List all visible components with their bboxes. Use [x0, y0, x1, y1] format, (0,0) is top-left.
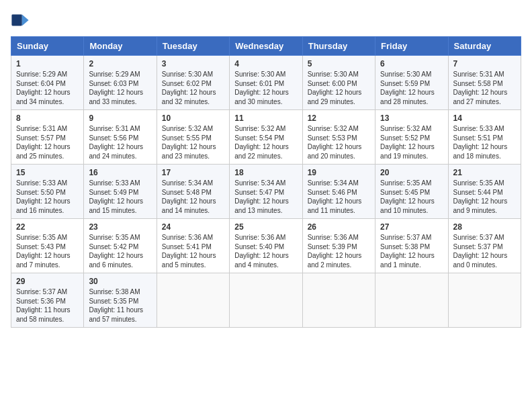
day-detail: Sunrise: 5:30 AMSunset: 6:00 PMDaylight:… [308, 70, 370, 106]
day-cell: 26Sunrise: 5:36 AMSunset: 5:39 PMDayligh… [302, 219, 375, 273]
day-cell: 2Sunrise: 5:29 AMSunset: 6:03 PMDaylight… [84, 56, 157, 110]
day-cell: 17Sunrise: 5:34 AMSunset: 5:48 PMDayligh… [157, 165, 229, 219]
day-detail: Sunrise: 5:34 AMSunset: 5:47 PMDaylight:… [234, 179, 297, 215]
header-cell-thursday: Thursday [302, 37, 375, 56]
day-cell: 25Sunrise: 5:36 AMSunset: 5:40 PMDayligh… [230, 219, 302, 273]
day-cell: 30Sunrise: 5:38 AMSunset: 5:35 PMDayligh… [84, 273, 157, 328]
day-number: 18 [234, 168, 297, 177]
header-cell-friday: Friday [375, 37, 448, 56]
day-cell: 4Sunrise: 5:30 AMSunset: 6:01 PMDaylight… [230, 56, 302, 110]
header-cell-monday: Monday [84, 37, 157, 56]
day-cell: 27Sunrise: 5:37 AMSunset: 5:38 PMDayligh… [375, 219, 448, 273]
day-detail: Sunrise: 5:35 AMSunset: 5:44 PMDaylight:… [453, 179, 516, 215]
day-number: 7 [453, 59, 516, 68]
day-number: 25 [234, 222, 297, 232]
day-cell: 3Sunrise: 5:30 AMSunset: 6:02 PMDaylight… [157, 56, 229, 110]
day-number: 4 [234, 59, 297, 68]
svg-marker-1 [22, 15, 29, 26]
day-cell [302, 273, 375, 328]
day-number: 27 [380, 222, 443, 232]
day-cell: 8Sunrise: 5:31 AMSunset: 5:57 PMDaylight… [11, 110, 84, 165]
day-number: 8 [16, 113, 79, 123]
day-number: 12 [308, 113, 370, 123]
calendar-table: SundayMondayTuesdayWednesdayThursdayFrid… [11, 36, 521, 328]
day-detail: Sunrise: 5:37 AMSunset: 5:37 PMDaylight:… [453, 233, 516, 269]
calendar-body: 1Sunrise: 5:29 AMSunset: 6:04 PMDaylight… [11, 56, 521, 328]
day-cell [448, 273, 521, 328]
day-number: 1 [16, 59, 79, 68]
day-detail: Sunrise: 5:31 AMSunset: 5:56 PMDaylight:… [89, 124, 151, 161]
day-detail: Sunrise: 5:34 AMSunset: 5:46 PMDaylight:… [308, 179, 370, 215]
day-number: 22 [16, 222, 79, 232]
day-cell: 10Sunrise: 5:32 AMSunset: 5:55 PMDayligh… [157, 110, 229, 165]
week-row-2: 8Sunrise: 5:31 AMSunset: 5:57 PMDaylight… [11, 110, 521, 165]
day-detail: Sunrise: 5:32 AMSunset: 5:53 PMDaylight:… [308, 124, 370, 161]
day-number: 21 [453, 168, 516, 177]
day-cell: 7Sunrise: 5:31 AMSunset: 5:58 PMDaylight… [448, 56, 521, 110]
day-number: 6 [380, 59, 443, 68]
day-detail: Sunrise: 5:35 AMSunset: 5:43 PMDaylight:… [16, 233, 79, 269]
logo [11, 11, 32, 30]
calendar-header: SundayMondayTuesdayWednesdayThursdayFrid… [11, 37, 521, 56]
header-cell-tuesday: Tuesday [157, 37, 229, 56]
day-number: 28 [453, 222, 516, 232]
day-detail: Sunrise: 5:30 AMSunset: 6:01 PMDaylight:… [234, 70, 297, 106]
day-cell: 1Sunrise: 5:29 AMSunset: 6:04 PMDaylight… [11, 56, 84, 110]
day-number: 5 [308, 59, 370, 68]
day-number: 13 [380, 113, 443, 123]
day-cell: 16Sunrise: 5:33 AMSunset: 5:49 PMDayligh… [84, 165, 157, 219]
day-cell: 19Sunrise: 5:34 AMSunset: 5:46 PMDayligh… [302, 165, 375, 219]
day-detail: Sunrise: 5:38 AMSunset: 5:35 PMDaylight:… [89, 287, 151, 324]
day-detail: Sunrise: 5:34 AMSunset: 5:48 PMDaylight:… [162, 179, 224, 215]
day-cell: 22Sunrise: 5:35 AMSunset: 5:43 PMDayligh… [11, 219, 84, 273]
week-row-4: 22Sunrise: 5:35 AMSunset: 5:43 PMDayligh… [11, 219, 521, 273]
day-detail: Sunrise: 5:33 AMSunset: 5:50 PMDaylight:… [16, 179, 79, 215]
day-detail: Sunrise: 5:32 AMSunset: 5:55 PMDaylight:… [162, 124, 224, 161]
day-cell: 23Sunrise: 5:35 AMSunset: 5:42 PMDayligh… [84, 219, 157, 273]
day-number: 16 [89, 168, 151, 177]
day-detail: Sunrise: 5:35 AMSunset: 5:45 PMDaylight:… [380, 179, 443, 215]
day-detail: Sunrise: 5:36 AMSunset: 5:40 PMDaylight:… [234, 233, 297, 269]
week-row-5: 29Sunrise: 5:37 AMSunset: 5:36 PMDayligh… [11, 273, 521, 328]
header-row: SundayMondayTuesdayWednesdayThursdayFrid… [11, 37, 521, 56]
day-number: 15 [16, 168, 79, 177]
day-cell: 15Sunrise: 5:33 AMSunset: 5:50 PMDayligh… [11, 165, 84, 219]
day-cell [157, 273, 229, 328]
day-number: 29 [16, 277, 79, 286]
day-number: 10 [162, 113, 224, 123]
day-detail: Sunrise: 5:36 AMSunset: 5:39 PMDaylight:… [308, 233, 370, 269]
day-cell: 28Sunrise: 5:37 AMSunset: 5:37 PMDayligh… [448, 219, 521, 273]
day-detail: Sunrise: 5:37 AMSunset: 5:36 PMDaylight:… [16, 287, 79, 324]
day-number: 17 [162, 168, 224, 177]
day-detail: Sunrise: 5:30 AMSunset: 5:59 PMDaylight:… [380, 70, 443, 106]
day-cell: 24Sunrise: 5:36 AMSunset: 5:41 PMDayligh… [157, 219, 229, 273]
day-detail: Sunrise: 5:37 AMSunset: 5:38 PMDaylight:… [380, 233, 443, 269]
day-cell: 18Sunrise: 5:34 AMSunset: 5:47 PMDayligh… [230, 165, 302, 219]
day-number: 2 [89, 59, 151, 68]
day-cell: 9Sunrise: 5:31 AMSunset: 5:56 PMDaylight… [84, 110, 157, 165]
page-container: SundayMondayTuesdayWednesdayThursdayFrid… [11, 11, 521, 328]
day-cell: 21Sunrise: 5:35 AMSunset: 5:44 PMDayligh… [448, 165, 521, 219]
day-detail: Sunrise: 5:33 AMSunset: 5:51 PMDaylight:… [453, 124, 516, 161]
day-number: 9 [89, 113, 151, 123]
day-detail: Sunrise: 5:33 AMSunset: 5:49 PMDaylight:… [89, 179, 151, 215]
day-cell: 13Sunrise: 5:32 AMSunset: 5:52 PMDayligh… [375, 110, 448, 165]
day-cell: 12Sunrise: 5:32 AMSunset: 5:53 PMDayligh… [302, 110, 375, 165]
day-detail: Sunrise: 5:31 AMSunset: 5:57 PMDaylight:… [16, 124, 79, 161]
day-number: 20 [380, 168, 443, 177]
day-number: 11 [234, 113, 297, 123]
day-detail: Sunrise: 5:32 AMSunset: 5:54 PMDaylight:… [234, 124, 297, 161]
day-number: 19 [308, 168, 370, 177]
header-cell-sunday: Sunday [11, 37, 84, 56]
header-cell-saturday: Saturday [448, 37, 521, 56]
week-row-1: 1Sunrise: 5:29 AMSunset: 6:04 PMDaylight… [11, 56, 521, 110]
day-number: 26 [308, 222, 370, 232]
day-cell: 14Sunrise: 5:33 AMSunset: 5:51 PMDayligh… [448, 110, 521, 165]
day-detail: Sunrise: 5:31 AMSunset: 5:58 PMDaylight:… [453, 70, 516, 106]
day-detail: Sunrise: 5:29 AMSunset: 6:03 PMDaylight:… [89, 70, 151, 106]
day-cell: 29Sunrise: 5:37 AMSunset: 5:36 PMDayligh… [11, 273, 84, 328]
day-number: 3 [162, 59, 224, 68]
day-detail: Sunrise: 5:36 AMSunset: 5:41 PMDaylight:… [162, 233, 224, 269]
day-cell [375, 273, 448, 328]
day-number: 23 [89, 222, 151, 232]
